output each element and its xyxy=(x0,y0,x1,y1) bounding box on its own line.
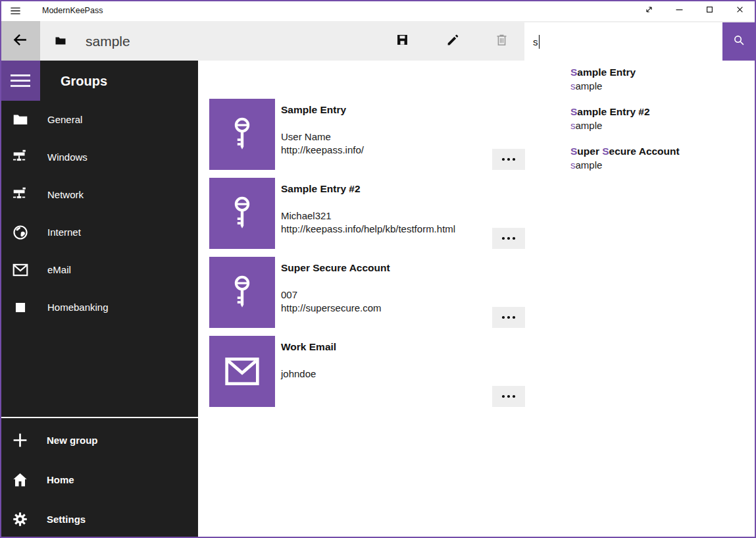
more-button[interactable] xyxy=(492,307,525,328)
entry-username: 007 xyxy=(281,289,297,300)
ellipsis-icon xyxy=(502,395,505,398)
entry-username: Michael321 xyxy=(281,210,332,221)
app-window: ModernKeePass sample xyxy=(0,0,756,538)
text-caret xyxy=(539,35,540,49)
suggestion-subtitle: sample xyxy=(570,119,650,132)
entry-title: Sample Entry xyxy=(281,104,346,116)
save-button[interactable] xyxy=(387,21,417,61)
entry-tile xyxy=(209,336,275,407)
close-icon xyxy=(734,4,745,18)
entry-title: Work Email xyxy=(281,341,336,353)
entry-title: Super Secure Account xyxy=(281,262,390,274)
key-icon xyxy=(226,274,258,311)
search-suggestion[interactable]: Sample Entry #2 sample xyxy=(570,105,650,132)
edit-button[interactable] xyxy=(438,21,468,61)
more-button[interactable] xyxy=(492,149,525,170)
sidebar-item-general[interactable]: General xyxy=(0,101,198,138)
group-label: Homebanking xyxy=(47,302,109,313)
mail-icon xyxy=(12,261,29,279)
square-icon xyxy=(12,299,29,316)
group-label: Windows xyxy=(47,151,88,163)
search-suggestion[interactable]: Super Secure Account sample xyxy=(570,145,680,172)
suggestion-title: Super Secure Account xyxy=(570,145,680,158)
entry-row[interactable]: Work Email johndoe xyxy=(209,336,729,407)
sidebar-hamburger-button[interactable] xyxy=(0,61,40,101)
ellipsis-icon xyxy=(502,237,505,240)
group-label: Internet xyxy=(47,227,81,238)
suggestion-subtitle: sample xyxy=(570,159,680,172)
key-icon xyxy=(226,116,258,153)
database-folder-icon xyxy=(54,34,67,47)
title-bar: ModernKeePass xyxy=(0,0,756,21)
sidebar-item-internet[interactable]: Internet xyxy=(0,213,198,251)
delete-button[interactable] xyxy=(486,21,517,61)
entry-username: User Name xyxy=(281,131,331,142)
hamburger-icon xyxy=(9,5,22,17)
globe-icon xyxy=(12,224,29,241)
action-label: Settings xyxy=(47,514,86,525)
search-magnifier-icon xyxy=(732,34,745,49)
home-icon xyxy=(12,471,28,488)
group-label: eMail xyxy=(47,264,71,275)
search-suggestions-flyout: Sample Entry sample Sample Entry #2 samp… xyxy=(525,61,756,196)
plus-icon xyxy=(12,432,28,448)
search-input-value: s xyxy=(533,36,538,47)
hamburger-icon xyxy=(11,74,30,76)
save-icon xyxy=(395,33,409,49)
action-label: New group xyxy=(47,435,98,446)
fullscreen-button[interactable] xyxy=(634,1,664,20)
network-icon xyxy=(12,149,29,166)
window-title: ModernKeePass xyxy=(42,0,103,21)
gear-icon xyxy=(12,511,28,527)
entry-url: http://keepass.info/help/kb/testform.htm… xyxy=(281,223,455,234)
entry-username: johndoe xyxy=(281,368,316,379)
delete-trash-icon xyxy=(495,33,509,49)
maximize-icon xyxy=(704,4,715,18)
sidebar-item-windows[interactable]: Windows xyxy=(0,138,198,176)
entry-tile xyxy=(209,99,275,170)
new-group-button[interactable]: New group xyxy=(0,420,198,460)
maximize-button[interactable] xyxy=(694,1,724,20)
mail-icon xyxy=(224,356,261,387)
folder-icon xyxy=(12,111,29,128)
database-title: sample xyxy=(86,21,130,61)
entry-tile xyxy=(209,257,275,328)
home-button[interactable]: Home xyxy=(0,460,198,499)
entry-title: Sample Entry #2 xyxy=(281,183,361,195)
close-button[interactable] xyxy=(724,1,755,20)
minimize-icon xyxy=(674,4,685,18)
search-suggestion[interactable]: Sample Entry sample xyxy=(570,66,636,93)
back-button[interactable] xyxy=(0,21,40,61)
sidebar-separator xyxy=(0,417,198,418)
sidebar-item-network[interactable]: Network xyxy=(0,176,198,213)
ellipsis-icon xyxy=(502,316,505,319)
group-label: Network xyxy=(47,189,84,200)
back-arrow-icon xyxy=(12,32,28,51)
fullscreen-icon xyxy=(643,4,655,18)
sidebar-actions: New group Home Settings xyxy=(0,420,198,538)
suggestion-title: Sample Entry #2 xyxy=(570,105,650,119)
suggestion-subtitle: sample xyxy=(570,80,636,93)
window-controls xyxy=(634,1,755,20)
action-label: Home xyxy=(47,474,74,485)
entry-url: http://supersecure.com xyxy=(281,302,382,313)
edit-pencil-icon xyxy=(446,33,460,49)
minimize-button[interactable] xyxy=(664,1,694,20)
group-list: General Windows Network Internet eMail H… xyxy=(0,101,198,326)
groups-heading: Groups xyxy=(61,61,107,101)
more-button[interactable] xyxy=(492,386,525,407)
settings-button[interactable]: Settings xyxy=(0,499,198,538)
entry-list: Sample Entry User Name http://keepass.in… xyxy=(198,61,756,538)
more-button[interactable] xyxy=(492,228,525,249)
sidebar-item-homebanking[interactable]: Homebanking xyxy=(0,288,198,326)
entry-tile xyxy=(209,178,275,249)
entry-row[interactable]: Super Secure Account 007 http://supersec… xyxy=(209,257,729,328)
network-icon xyxy=(12,186,29,203)
key-icon xyxy=(226,195,258,232)
sidebar: Groups General Windows Network Internet … xyxy=(0,61,198,538)
search-input[interactable]: s xyxy=(524,22,722,61)
group-label: General xyxy=(47,114,82,125)
sidebar-item-email[interactable]: eMail xyxy=(0,251,198,288)
search-button[interactable] xyxy=(722,22,755,61)
suggestion-title: Sample Entry xyxy=(570,66,636,79)
